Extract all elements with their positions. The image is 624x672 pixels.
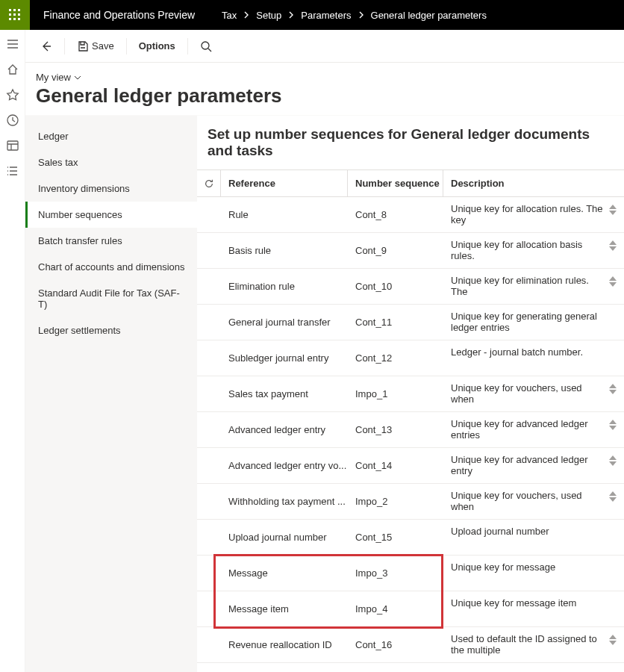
options-button[interactable]: Options	[134, 37, 180, 55]
cell-description: Unique key for vouchers, used when	[443, 484, 624, 519]
scroll-spinner[interactable]	[609, 275, 617, 287]
table-row[interactable]: General journal transferCont_11Unique ke…	[197, 305, 624, 340]
cell-number-sequence[interactable]: Cont_10	[348, 269, 443, 304]
breadcrumb-item[interactable]: General ledger parameters	[371, 10, 487, 21]
table-row[interactable]: Sales tax paymentImpo_1Unique key for vo…	[197, 376, 624, 412]
list-icon[interactable]	[6, 164, 19, 178]
table-row[interactable]: Elimination ruleCont_10Unique key for el…	[197, 269, 624, 305]
scroll-spinner[interactable]	[609, 454, 617, 466]
row-selector-cell[interactable]	[197, 340, 221, 376]
cell-number-sequence[interactable]: Cont_14	[348, 448, 443, 483]
cell-description: Upload journal number	[443, 520, 624, 555]
row-selector-cell[interactable]	[197, 376, 221, 411]
module-icon[interactable]	[6, 139, 19, 152]
cell-number-sequence[interactable]: Cont_15	[348, 520, 443, 555]
search-icon	[200, 40, 212, 52]
column-header-number-sequence[interactable]: Number sequence ...	[348, 170, 443, 196]
app-launcher-button[interactable]	[0, 0, 30, 30]
table-row[interactable]: Basis ruleCont_9Unique key for allocatio…	[197, 233, 624, 269]
sidebar-item[interactable]: Inventory dimensions	[25, 175, 197, 202]
cell-number-sequence[interactable]: Impo_2	[348, 484, 443, 519]
star-icon[interactable]	[6, 88, 19, 102]
cell-description: Ledger - journal batch number.	[443, 340, 624, 376]
cell-reference: Upload journal number	[221, 520, 348, 555]
grid-header: Reference Number sequence ... Descriptio…	[197, 170, 624, 197]
topbar: Finance and Operations Preview TaxSetupP…	[0, 0, 624, 30]
chevron-right-icon	[358, 11, 365, 19]
sidebar-item[interactable]: Number sequences	[25, 202, 197, 228]
number-sequence-grid: Reference Number sequence ... Descriptio…	[197, 169, 624, 663]
hamburger-icon[interactable]	[6, 37, 19, 51]
sidebar-item[interactable]: Ledger settlements	[25, 317, 197, 343]
table-row[interactable]: Subledger journal entryCont_12Ledger - j…	[197, 340, 624, 376]
row-selector-cell[interactable]	[197, 448, 221, 483]
cell-number-sequence[interactable]: Impo_1	[348, 376, 443, 411]
refresh-grid-button[interactable]	[197, 170, 221, 196]
refresh-icon	[204, 178, 214, 189]
cell-description: Unique key for vouchers, used when	[443, 376, 624, 411]
svg-rect-2	[18, 9, 20, 11]
svg-rect-7	[13, 18, 16, 20]
sidebar-item[interactable]: Ledger	[25, 123, 197, 149]
scroll-spinner[interactable]	[609, 382, 617, 394]
row-selector-cell[interactable]	[197, 484, 221, 519]
cell-number-sequence[interactable]: Cont_12	[348, 340, 443, 376]
table-row[interactable]: Advanced ledger entryCont_13Unique key f…	[197, 412, 624, 448]
row-selector-cell[interactable]	[197, 627, 221, 662]
row-selector-cell[interactable]	[197, 233, 221, 268]
body-region: LedgerSales taxInventory dimensionsNumbe…	[25, 115, 624, 672]
cell-number-sequence[interactable]: Cont_13	[348, 412, 443, 447]
cell-reference: Advanced ledger entry	[221, 412, 348, 447]
scroll-spinner[interactable]	[609, 203, 617, 215]
row-selector-cell[interactable]	[197, 520, 221, 555]
save-button[interactable]: Save	[72, 37, 119, 55]
sidebar-item[interactable]: Sales tax	[25, 149, 197, 175]
scroll-spinner[interactable]	[609, 490, 617, 502]
back-button[interactable]	[36, 37, 57, 55]
table-row[interactable]: Withholding tax payment ...Impo_2Unique …	[197, 484, 624, 520]
row-selector-cell[interactable]	[197, 269, 221, 304]
breadcrumb-item[interactable]: Setup	[256, 10, 281, 21]
table-row[interactable]: Revenue reallocation IDCont_16Used to de…	[197, 627, 624, 663]
column-header-reference[interactable]: Reference	[221, 170, 348, 196]
cell-description: Used to default the ID assigned to the m…	[443, 627, 624, 662]
cell-number-sequence[interactable]: Cont_9	[348, 233, 443, 268]
breadcrumb-item[interactable]: Parameters	[301, 10, 351, 21]
breadcrumb-item[interactable]: Tax	[222, 10, 237, 21]
row-selector-cell[interactable]	[197, 591, 221, 626]
settings-sidebar: LedgerSales taxInventory dimensionsNumbe…	[25, 116, 197, 672]
scroll-spinner[interactable]	[609, 239, 617, 251]
table-row[interactable]: Upload journal numberCont_15Upload journ…	[197, 520, 624, 556]
sidebar-item[interactable]: Batch transfer rules	[25, 228, 197, 254]
cell-number-sequence[interactable]: Cont_11	[348, 305, 443, 340]
table-row[interactable]: Advanced ledger entry vo...Cont_14Unique…	[197, 448, 624, 484]
action-toolbar: Save Options	[25, 30, 624, 63]
scroll-spinner[interactable]	[609, 418, 617, 430]
cell-number-sequence[interactable]: Cont_16	[348, 627, 443, 662]
separator	[126, 38, 127, 55]
sidebar-item[interactable]: Standard Audit File for Tax (SAF-T)	[25, 280, 197, 317]
cell-reference: Withholding tax payment ...	[221, 484, 348, 519]
cell-description: Unique key for message item	[443, 591, 624, 626]
row-selector-cell[interactable]	[197, 556, 221, 591]
row-selector-cell[interactable]	[197, 197, 221, 232]
row-selector-cell[interactable]	[197, 412, 221, 447]
view-picker[interactable]: My view	[36, 72, 81, 83]
column-header-description[interactable]: Description	[443, 170, 624, 196]
home-icon[interactable]	[6, 63, 19, 76]
cell-number-sequence[interactable]: Impo_4	[348, 591, 443, 626]
clock-icon[interactable]	[6, 113, 19, 127]
cell-number-sequence[interactable]: Impo_3	[348, 556, 443, 591]
scroll-spinner[interactable]	[609, 633, 617, 645]
cell-number-sequence[interactable]: Cont_8	[348, 197, 443, 232]
sidebar-item[interactable]: Chart of accounts and dimensions	[25, 254, 197, 280]
chevron-down-icon	[74, 74, 81, 81]
search-button[interactable]	[196, 37, 216, 55]
row-selector-cell[interactable]	[197, 305, 221, 340]
table-row[interactable]: Message itemImpo_4Unique key for message…	[197, 591, 624, 627]
page-title: General ledger parameters	[36, 84, 614, 108]
table-row[interactable]: RuleCont_8Unique key for allocation rule…	[197, 197, 624, 233]
cell-reference: Rule	[221, 197, 348, 232]
svg-rect-5	[18, 13, 20, 16]
table-row[interactable]: MessageImpo_3Unique key for message	[197, 556, 624, 591]
